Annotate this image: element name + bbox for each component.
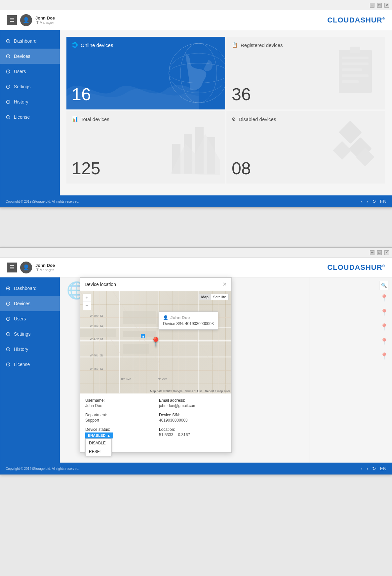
avatar-1: 👤 [20, 14, 32, 26]
wave-decoration [66, 70, 199, 109]
nav-next-btn-2[interactable]: › [367, 466, 368, 471]
svg-text:M: M [141, 335, 144, 338]
svg-text:W 47th St: W 47th St [90, 337, 103, 341]
svg-text:8th Ave: 8th Ave [121, 378, 131, 381]
close-button-2[interactable]: ✕ [384, 250, 389, 255]
sidebar-item-dashboard-2[interactable]: ⊕ Dashboard [0, 281, 60, 296]
lang-btn-2[interactable]: EN [380, 466, 386, 471]
sidebar-2: ⊕ Dashboard ⊙ Devices ⊙ Users ⊙ Settings… [0, 277, 60, 463]
sidebar-item-license-2[interactable]: ⊙ License [0, 357, 60, 372]
svg-rect-7 [342, 68, 362, 71]
zoom-in-btn[interactable]: + [83, 294, 91, 302]
user-avatar-icon: 👤 [163, 315, 168, 320]
card-title-online: 🌐 Online devices [72, 42, 113, 48]
ghost-search-btn[interactable]: 🔍 [379, 281, 388, 290]
sidebar-item-users-1[interactable]: ⊙ Users [0, 64, 60, 79]
reset-option[interactable]: RESET [86, 447, 111, 456]
status-toggle-btn[interactable]: ENABLED ▲ [85, 432, 113, 438]
titlebar-2: ─ □ ✕ [0, 248, 392, 258]
maximize-button-2[interactable]: □ [377, 250, 382, 255]
close-button-1[interactable]: ✕ [384, 3, 389, 8]
cards-grid-1: 🌐 Online devices [66, 37, 385, 184]
map-popup-sn: Device S/N: 4019030000003 [163, 321, 214, 326]
history-icon-1: ⊙ [6, 98, 11, 105]
map-type-satellite-btn[interactable]: Satellite [211, 294, 228, 300]
maximize-button-1[interactable]: □ [377, 3, 382, 8]
window-2: ─ □ ✕ ☰ 👤 John Doe IT Manager CLOUDASHUR… [0, 247, 392, 475]
users-icon-1: ⊙ [6, 68, 11, 75]
nav-prev-btn-1[interactable]: ‹ [361, 199, 363, 204]
card-disabled-devices: ⊘ Disabled devices 08 [226, 111, 385, 184]
minimize-button-1[interactable]: ─ [370, 3, 374, 8]
form-row-location: Location: 51.5333 , -0.3167 [159, 427, 226, 437]
sidebar-item-license-1[interactable]: ⊙ License [0, 109, 60, 125]
map-type-map-btn[interactable]: Map [199, 294, 211, 300]
dialog-close-btn[interactable]: ✕ [222, 281, 227, 287]
footer-nav-2: ‹ › ↻ EN [361, 466, 386, 471]
svg-text:7th Ave: 7th Ave [157, 378, 167, 381]
form-right-col: Email address: john.doe@gmail.com Device… [159, 398, 226, 448]
disable-option[interactable]: DISABLE [86, 439, 111, 447]
settings-icon-1: ⊙ [6, 83, 11, 90]
card-title-disabled: ⊘ Disabled devices [232, 116, 276, 122]
dialog-form: Username: John Doe Department: Support D… [80, 393, 231, 452]
user-info-1: ☰ 👤 John Doe IT Manager [7, 14, 55, 26]
window-1: ─ □ ✕ ☰ 👤 John Doe IT Manager CLOUDASHUR… [0, 0, 392, 208]
clipboard-icon: 📋 [232, 42, 238, 48]
svg-rect-10 [350, 47, 360, 53]
sidebar-item-settings-1[interactable]: ⊙ Settings [0, 79, 60, 94]
devices-icon-2: ⊙ [6, 300, 11, 307]
lang-btn-1[interactable]: EN [380, 199, 386, 204]
map-attribution: Map data ©2015 Google Terms of Use Repor… [150, 390, 230, 393]
status-dropdown: ENABLED ▲ DISABLE RESET [85, 432, 152, 438]
app-body-1: ⊕ Dashboard ⊙ Devices ⊙ Users ⊙ Settings… [0, 30, 392, 195]
app-logo-1: CLOUDASHUR® [327, 16, 385, 24]
nav-refresh-btn-2[interactable]: ↻ [372, 466, 376, 471]
app-header-2: ☰ 👤 John Doe IT Manager CLOUDASHUR® [0, 258, 392, 277]
svg-rect-4 [339, 50, 372, 93]
svg-rect-37 [80, 329, 116, 337]
ghost-map-pins: 📍 📍 📍 📍 📍 [380, 294, 388, 360]
sidebar-item-history-1[interactable]: ⊙ History [0, 94, 60, 109]
license-icon-2: ⊙ [6, 361, 11, 368]
license-icon-1: ⊙ [6, 113, 11, 121]
sidebar-1: ⊕ Dashboard ⊙ Devices ⊙ Users ⊙ Settings… [0, 30, 60, 195]
disabled-deco [329, 117, 382, 177]
sidebar-item-history-2[interactable]: ⊙ History [0, 342, 60, 357]
sidebar-item-settings-2[interactable]: ⊙ Settings [0, 326, 60, 342]
menu-toggle-1[interactable]: ☰ [7, 15, 17, 25]
dashboard-icon-1: ⊕ [6, 37, 11, 45]
ghost-pin-4: 📍 [380, 338, 388, 346]
svg-rect-5 [342, 57, 369, 59]
svg-text:W 48th St: W 48th St [90, 324, 103, 327]
zoom-out-btn[interactable]: − [83, 302, 91, 310]
map-background: W 47th St W 48th St W 46th St W 49th St … [80, 291, 231, 393]
app-footer-2: Copyright © 2019 iStorage Ltd. All right… [0, 463, 392, 474]
form-left-col: Username: John Doe Department: Support D… [85, 398, 152, 448]
map-popup-name: 👤 John Doe [163, 315, 214, 320]
nav-refresh-btn-1[interactable]: ↻ [372, 199, 376, 204]
ghost-pin-1: 📍 [380, 294, 388, 302]
status-dropdown-menu: DISABLE RESET [85, 438, 112, 456]
settings-icon-2: ⊙ [6, 330, 11, 338]
sidebar-item-devices-1[interactable]: ⊙ Devices [0, 49, 60, 64]
menu-toggle-2[interactable]: ☰ [7, 263, 17, 272]
main-content-1: 🌐 Online devices [60, 30, 392, 195]
separator [0, 227, 392, 247]
sidebar-item-devices-2[interactable]: ⊙ Devices [0, 296, 60, 311]
minimize-button-2[interactable]: ─ [370, 250, 374, 255]
copyright-2: Copyright © 2019 iStorage Ltd. All right… [6, 467, 79, 471]
app-footer-1: Copyright © 2019 iStorage Ltd. All right… [0, 195, 392, 207]
total-deco [169, 117, 222, 177]
sidebar-item-users-2[interactable]: ⊙ Users [0, 311, 60, 326]
dialog-header: Device location ✕ [80, 278, 231, 291]
user-name-1: John Doe [35, 16, 55, 21]
nav-next-btn-1[interactable]: › [367, 199, 368, 204]
form-row-device-sn: Device S/N: 4019030000003 [159, 413, 226, 423]
nav-prev-btn-2[interactable]: ‹ [361, 466, 363, 471]
user-name-2: John Doe [35, 263, 55, 268]
map-type-buttons: Map Satellite [199, 294, 229, 300]
app-header-1: ☰ 👤 John Doe IT Manager CLOUDASHUR® [0, 10, 392, 30]
sidebar-item-dashboard-1[interactable]: ⊕ Dashboard [0, 33, 60, 49]
device-location-dialog: Device location ✕ [80, 277, 232, 453]
